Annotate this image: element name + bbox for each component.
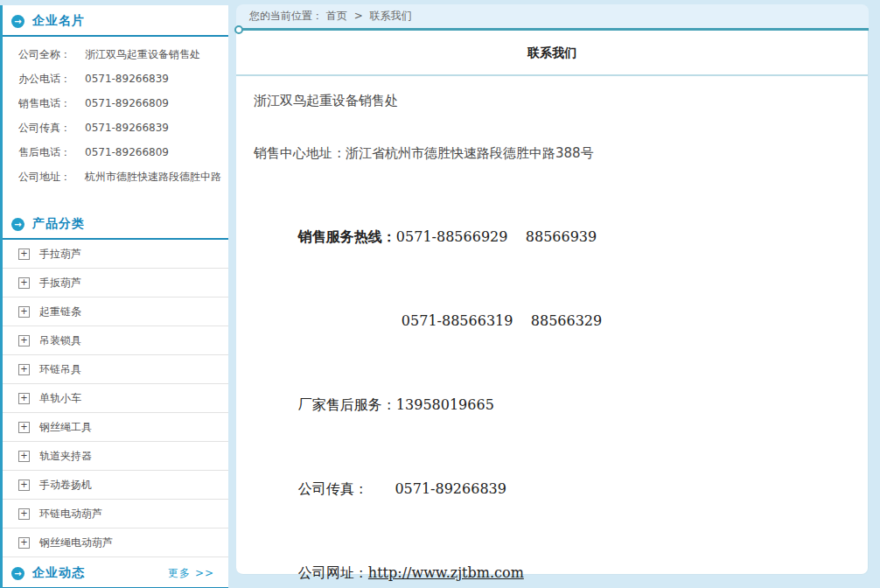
fax-label: 公司传真： bbox=[298, 480, 368, 497]
sales-hotline-label: 销售服务热线： bbox=[298, 228, 396, 245]
company-news-header: → 企业动态 更多 >> bbox=[3, 557, 228, 588]
sales-hotline-numbers2: 0571-88566319 88566329 bbox=[402, 312, 602, 329]
company-info-list: 公司全称： 浙江双鸟起重设备销售处 办公电话： 0571-89266839 销售… bbox=[3, 37, 228, 191]
info-value: 0571-89266839 bbox=[85, 66, 223, 91]
info-label: 公司全称： bbox=[18, 42, 85, 66]
fax-number: 0571-89266839 bbox=[368, 480, 506, 497]
arrow-bullet-icon: → bbox=[11, 15, 24, 28]
info-value: 浙江双鸟起重设备销售处 bbox=[85, 42, 223, 66]
breadcrumb-prefix: 您的当前位置： bbox=[249, 10, 323, 22]
info-row-aftersales-phone: 售后电话： 0571-89266809 bbox=[18, 140, 223, 164]
rule-dot-icon bbox=[234, 25, 243, 34]
category-item-electric-chain-hoist[interactable]: + 环链电动葫芦 bbox=[3, 500, 228, 528]
main-panel: 您的当前位置： 首页 > 联系我们 联系我们 浙江双鸟起重设备销售处 销售中心地… bbox=[236, 4, 869, 575]
sales-center-address-line: 销售中心地址：浙江省杭州市德胜快速路段德胜中路388号 bbox=[254, 143, 850, 164]
page-title: 联系我们 bbox=[236, 31, 868, 76]
category-item-wire-rope-tools[interactable]: + 钢丝绳工具 bbox=[3, 413, 228, 442]
info-label: 公司地址： bbox=[18, 164, 85, 189]
expand-plus-icon: + bbox=[18, 393, 30, 404]
category-label: 手拉葫芦 bbox=[39, 240, 81, 268]
info-value: 0571-89266809 bbox=[85, 91, 223, 116]
aftersales-service-line: 厂家售后服务：13958019665 bbox=[254, 363, 850, 447]
category-item-chain-sling[interactable]: + 环链吊具 bbox=[3, 355, 228, 384]
website-label: 公司网址： bbox=[298, 564, 368, 581]
arrow-bullet-icon: → bbox=[11, 567, 24, 580]
info-row-company-name: 公司全称： 浙江双鸟起重设备销售处 bbox=[18, 42, 223, 66]
info-label: 办公电话： bbox=[18, 66, 85, 91]
product-categories-header: → 产品分类 bbox=[3, 208, 228, 240]
sidebar: → 企业名片 公司全称： 浙江双鸟起重设备销售处 办公电话： 0571-8926… bbox=[0, 5, 228, 588]
arrow-bullet-icon: → bbox=[11, 218, 24, 231]
expand-plus-icon: + bbox=[18, 537, 30, 549]
product-category-list: + 手拉葫芦 + 手扳葫芦 + 起重链条 + 吊装锁具 + 环链吊具 + 单轨小… bbox=[3, 240, 228, 557]
website-line: 公司网址：http://www.zjtbm.com bbox=[254, 531, 850, 588]
sales-hotline-numbers: 0571-88566929 88566939 bbox=[396, 228, 597, 245]
info-value: 0571-89266809 bbox=[85, 140, 223, 164]
category-label: 吊装锁具 bbox=[39, 326, 81, 354]
info-row-office-phone: 办公电话： 0571-89266839 bbox=[18, 66, 223, 91]
content-panel: 联系我们 浙江双鸟起重设备销售处 销售中心地址：浙江省杭州市德胜快速路段德胜中路… bbox=[236, 31, 869, 575]
expand-plus-icon: + bbox=[18, 451, 30, 462]
category-item-lifting-chain[interactable]: + 起重链条 bbox=[3, 298, 228, 326]
category-item-lever-hoist[interactable]: + 手扳葫芦 bbox=[3, 269, 228, 298]
info-label: 销售电话： bbox=[18, 91, 85, 116]
aftersales-label: 厂家售后服务： bbox=[298, 396, 396, 413]
info-label: 公司传真： bbox=[18, 116, 85, 140]
breadcrumb-current-link[interactable]: 联系我们 bbox=[370, 10, 412, 22]
category-item-rail-clamp[interactable]: + 轨道夹持器 bbox=[3, 442, 228, 471]
content-body: 浙江双鸟起重设备销售处 销售中心地址：浙江省杭州市德胜快速路段德胜中路388号 … bbox=[236, 76, 868, 588]
company-news-title: 企业动态 bbox=[32, 565, 168, 581]
breadcrumb: 您的当前位置： 首页 > 联系我们 bbox=[236, 4, 869, 28]
breadcrumb-rule bbox=[236, 28, 869, 31]
info-row-address: 公司地址： 杭州市德胜快速路段德胜中路 bbox=[18, 164, 223, 189]
category-item-wire-rope-electric-hoist[interactable]: + 钢丝绳电动葫芦 bbox=[3, 528, 228, 557]
fax-line: 公司传真： 0571-89266839 bbox=[254, 447, 850, 531]
breadcrumb-separator: > bbox=[354, 10, 363, 22]
category-label: 手扳葫芦 bbox=[39, 269, 81, 297]
category-label: 环链吊具 bbox=[39, 355, 81, 383]
expand-plus-icon: + bbox=[18, 480, 30, 491]
category-label: 轨道夹持器 bbox=[39, 442, 92, 470]
category-label: 钢丝绳工具 bbox=[39, 413, 92, 441]
contact-phone-block: 销售服务热线：0571-88566929 88566939 0571-88566… bbox=[254, 195, 850, 588]
expand-plus-icon: + bbox=[18, 306, 30, 318]
category-item-hand-chain-hoist[interactable]: + 手拉葫芦 bbox=[3, 240, 228, 269]
news-more-link[interactable]: 更多 >> bbox=[168, 566, 214, 581]
company-card-header: → 企业名片 bbox=[3, 5, 228, 37]
category-item-manual-winch[interactable]: + 手动卷扬机 bbox=[3, 471, 228, 500]
aftersales-number: 13958019665 bbox=[396, 396, 494, 413]
sales-hotline-line2: 0571-88566319 88566329 bbox=[254, 279, 850, 363]
category-label: 起重链条 bbox=[39, 298, 81, 326]
category-label: 手动卷扬机 bbox=[39, 471, 92, 499]
breadcrumb-home-link[interactable]: 首页 bbox=[326, 10, 347, 22]
info-row-fax: 公司传真： 0571-89266839 bbox=[18, 116, 223, 140]
company-card-title: 企业名片 bbox=[32, 13, 85, 29]
info-value: 0571-89266839 bbox=[85, 116, 223, 140]
category-item-monorail-trolley[interactable]: + 单轨小车 bbox=[3, 384, 228, 413]
expand-plus-icon: + bbox=[18, 508, 30, 520]
info-row-sales-phone: 销售电话： 0571-89266809 bbox=[18, 91, 223, 116]
expand-plus-icon: + bbox=[18, 335, 30, 346]
company-name-line: 浙江双鸟起重设备销售处 bbox=[254, 90, 850, 111]
expand-plus-icon: + bbox=[18, 248, 30, 260]
sales-hotline-line: 销售服务热线：0571-88566929 88566939 bbox=[254, 195, 850, 279]
info-value: 杭州市德胜快速路段德胜中路 bbox=[85, 164, 223, 189]
category-label: 钢丝绳电动葫芦 bbox=[39, 528, 113, 556]
expand-plus-icon: + bbox=[18, 364, 30, 375]
expand-plus-icon: + bbox=[18, 422, 30, 433]
category-label: 单轨小车 bbox=[39, 384, 81, 412]
category-label: 环链电动葫芦 bbox=[39, 500, 102, 528]
website-link[interactable]: http://www.zjtbm.com bbox=[368, 564, 524, 581]
category-item-rigging-locks[interactable]: + 吊装锁具 bbox=[3, 326, 228, 355]
expand-plus-icon: + bbox=[18, 277, 30, 289]
info-label: 售后电话： bbox=[18, 140, 85, 164]
product-categories-title: 产品分类 bbox=[32, 216, 85, 232]
